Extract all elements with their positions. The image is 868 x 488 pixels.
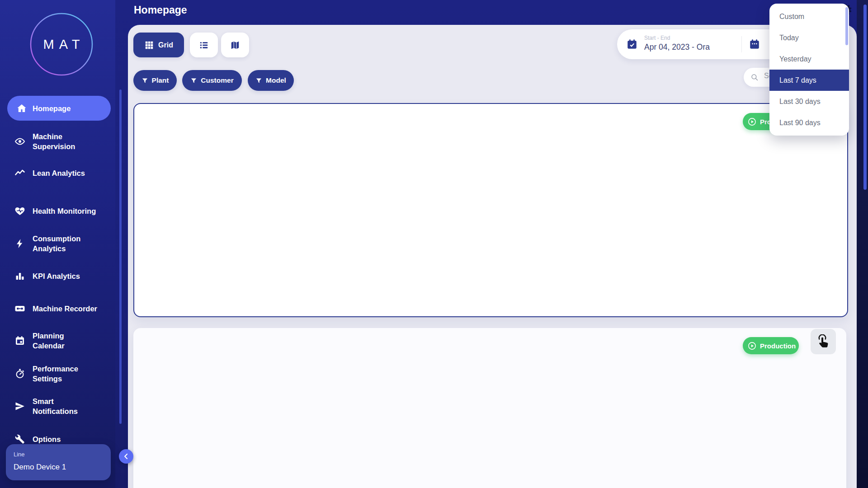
funnel-icon [190,77,197,84]
dropdown-scrollbar[interactable] [845,7,848,45]
device-card-demo-device-2 [133,328,846,488]
page-title: Homepage [134,4,187,16]
sidebar-item-smart-notifications[interactable]: Smart Notifications [0,396,115,416]
funnel-icon [255,77,262,84]
sidebar-item-label: Machine Recorder [33,304,97,314]
sidebar-item-label: KPI Analytics [33,271,80,281]
sidebar-item-label: Performance Settings [33,364,78,384]
sidebar-item-homepage[interactable]: Homepage [7,96,111,121]
production-status-button[interactable]: Production [743,337,799,354]
line-tooltip: Line Demo Device 1 [6,444,111,480]
list-icon [199,40,209,50]
view-grid-button[interactable]: Grid [133,33,184,57]
filter-plant-button[interactable]: Plant [133,70,177,91]
bolt-icon [14,238,25,249]
home-icon [16,103,27,114]
dropdown-item-last-7-days[interactable]: Last 7 days [769,70,849,91]
funnel-icon [142,77,148,84]
view-list-button[interactable] [190,33,218,57]
tooltip-value: Demo Device 1 [14,463,66,472]
filter-model-label: Model [266,76,286,84]
sidebar-item-kpi-analytics[interactable]: KPI Analytics [0,271,115,281]
calendar-dots-icon[interactable] [749,38,760,50]
recorder-icon [14,303,25,314]
hand-cursor-icon [816,334,830,349]
line-chart-icon [14,168,25,178]
view-map-button[interactable] [221,33,249,57]
sidebar-item-label: Consumption Analytics [33,234,80,253]
divider [741,36,742,52]
sidebar-item-label: Smart Notifications [33,396,78,416]
sidebar-collapse-button[interactable] [119,449,133,464]
date-preset-dropdown: Custom Today Yesterday Last 7 days Last … [769,4,849,136]
dropdown-item-custom[interactable]: Custom [769,6,849,27]
mat-logo-text: MAT [30,13,93,76]
device-card-demo-device-1 [133,103,848,317]
sidebar-item-performance-settings[interactable]: Performance Settings [0,364,115,384]
filter-model-button[interactable]: Model [248,70,294,91]
map-icon [230,40,240,50]
sidebar-item-machine-supervision[interactable]: Machine Supervision [0,131,115,151]
sidebar-scrollbar[interactable] [119,89,122,424]
page-scrollbar[interactable] [863,5,867,190]
sidebar-item-options[interactable]: Options [0,434,115,444]
filter-plant-label: Plant [152,76,169,84]
play-circle-icon [747,117,757,127]
sidebar-item-label: Homepage [33,103,71,113]
dropdown-item-last-30-days[interactable]: Last 30 days [769,91,849,112]
dropdown-item-today[interactable]: Today [769,27,849,48]
filter-customer-button[interactable]: Customer [182,70,242,91]
date-range-value: Apr 04, 2023 - Ora [644,42,710,52]
sidebar-item-consumption-analytics[interactable]: Consumption Analytics [0,234,115,253]
grid-icon [144,40,154,50]
sidebar-item-label: Health Monitoring [33,206,96,216]
calendar-icon [14,335,25,346]
chevron-left-icon [122,452,131,461]
filter-customer-label: Customer [201,76,233,84]
view-grid-label: Grid [158,41,173,49]
heart-pulse-icon [14,206,25,216]
sidebar-item-label: Options [33,434,61,444]
sidebar-item-label: Planning Calendar [33,331,65,351]
calendar-check-icon [626,38,638,50]
app-window: Homepage ⚙ Grid Plant Customer Model Sta… [0,0,868,488]
sidebar-item-lean-analytics[interactable]: Lean Analytics [0,168,115,178]
sidebar: MAT Homepage Machine Supervision Lean An… [0,0,115,488]
paper-plane-icon [14,401,25,412]
sidebar-item-health-monitoring[interactable]: Health Monitoring [0,206,115,216]
sidebar-item-label: Machine Supervision [33,131,75,151]
eye-icon [14,136,25,147]
sidebar-item-planning-calendar[interactable]: Planning Calendar [0,331,115,351]
play-circle-icon [747,341,757,351]
production-status-label: Production [760,342,796,350]
search-icon [750,73,759,81]
sidebar-item-machine-recorder[interactable]: Machine Recorder [0,304,115,314]
dropdown-item-last-90-days[interactable]: Last 90 days [769,112,849,133]
device-action-button[interactable] [811,329,836,354]
dropdown-item-yesterday[interactable]: Yesterday [769,48,849,70]
sidebar-item-label: Lean Analytics [33,168,85,178]
wrench-icon [14,434,25,445]
stopwatch-icon [14,368,25,379]
date-range-label: Start - End [644,35,670,41]
bar-chart-icon [14,271,25,282]
tooltip-label: Line [14,451,25,458]
